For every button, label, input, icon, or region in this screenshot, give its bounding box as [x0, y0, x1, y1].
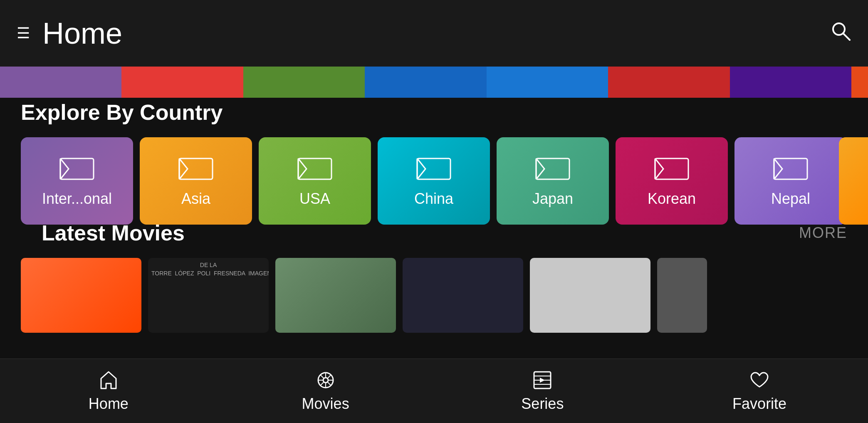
country-card-asia[interactable]: Asia: [140, 137, 252, 225]
flag-icon: [177, 154, 215, 183]
more-link[interactable]: MORE: [799, 224, 847, 242]
flag-icon: [772, 154, 809, 183]
top-bar: ☰ Home: [0, 0, 868, 67]
flag-icon: [415, 154, 453, 183]
svg-rect-12: [655, 158, 688, 179]
flag-icon: [296, 154, 334, 183]
nav-label-series: Series: [521, 395, 564, 413]
svg-line-22: [320, 375, 324, 378]
explore-section-title: Explore By Country: [0, 100, 868, 125]
movies-icon: [315, 369, 336, 391]
nav-label-home: Home: [89, 395, 129, 413]
country-card-nepal[interactable]: Nepal: [734, 137, 847, 225]
strip-item[interactable]: [608, 67, 730, 98]
flag-icon: [534, 154, 571, 183]
country-card-china[interactable]: China: [378, 137, 490, 225]
movie-thumb-text-2: DE LA TORRE LÓPEZ POLI FRESNEDA IMAGENES: [148, 258, 269, 281]
country-label-japan: Japan: [532, 190, 573, 208]
flag-icon: [58, 154, 96, 183]
strip-item[interactable]: [487, 67, 608, 98]
svg-rect-10: [536, 158, 569, 179]
page-title: Home: [42, 16, 122, 50]
movies-strip: DE LA TORRE LÓPEZ POLI FRESNEDA IMAGENES: [0, 245, 868, 333]
country-card-international[interactable]: Inter...onal: [21, 137, 133, 225]
svg-rect-14: [774, 158, 807, 179]
latest-movies-section: Latest Movies MORE DE LA TORRE LÓPEZ POL…: [0, 220, 868, 333]
svg-line-24: [328, 375, 331, 378]
strip-item-partial[interactable]: [851, 67, 868, 98]
home-icon: [98, 369, 119, 391]
favorite-icon: [749, 369, 770, 391]
strip-item[interactable]: [730, 67, 851, 98]
country-label-international: Inter...onal: [42, 190, 112, 208]
svg-rect-2: [60, 158, 94, 179]
country-label-china: China: [414, 190, 453, 208]
strip-item[interactable]: [365, 67, 486, 98]
nav-item-movies[interactable]: Movies: [284, 369, 367, 413]
nav-item-favorite[interactable]: Favorite: [718, 369, 801, 413]
svg-rect-8: [417, 158, 450, 179]
nav-item-home[interactable]: Home: [67, 369, 150, 413]
movie-thumb-5[interactable]: [530, 258, 650, 333]
country-grid: Inter...onal Asia USA: [0, 125, 868, 225]
svg-rect-6: [298, 158, 331, 179]
svg-rect-4: [179, 158, 213, 179]
movie-thumb-4[interactable]: [403, 258, 523, 333]
country-card-usa[interactable]: USA: [259, 137, 371, 225]
svg-point-17: [323, 378, 328, 383]
movie-thumb-6[interactable]: [657, 258, 707, 333]
nav-label-favorite: Favorite: [732, 395, 786, 413]
strip-item[interactable]: [0, 67, 121, 98]
strip-item[interactable]: [243, 67, 365, 98]
country-label-nepal: Nepal: [771, 190, 810, 208]
country-label-usa: USA: [299, 190, 330, 208]
country-card-japan[interactable]: Japan: [497, 137, 609, 225]
strip-item[interactable]: [121, 67, 243, 98]
menu-icon[interactable]: ☰: [17, 25, 30, 42]
latest-movies-title: Latest Movies: [21, 220, 205, 245]
bottom-category-strip: [0, 67, 868, 98]
latest-movies-header: Latest Movies MORE: [0, 220, 868, 245]
country-label-korean: Korean: [648, 190, 696, 208]
movie-thumb-2[interactable]: DE LA TORRE LÓPEZ POLI FRESNEDA IMAGENES: [148, 258, 269, 333]
nav-label-movies: Movies: [302, 395, 349, 413]
explore-section: Explore By Country Inter...onal Asia: [0, 100, 868, 225]
country-card-korean[interactable]: Korean: [616, 137, 728, 225]
search-icon[interactable]: [830, 20, 851, 47]
movie-thumb-3[interactable]: [275, 258, 396, 333]
movie-thumb-1[interactable]: [21, 258, 141, 333]
svg-marker-30: [540, 378, 545, 383]
svg-line-1: [843, 33, 850, 40]
svg-line-23: [328, 382, 331, 386]
nav-item-series[interactable]: Series: [501, 369, 584, 413]
country-label-asia: Asia: [181, 190, 210, 208]
country-card-partial[interactable]: [839, 137, 868, 225]
svg-line-25: [320, 382, 324, 386]
bottom-nav: Home Movies Series: [0, 359, 868, 423]
series-icon: [532, 369, 553, 391]
flag-icon: [653, 154, 690, 183]
